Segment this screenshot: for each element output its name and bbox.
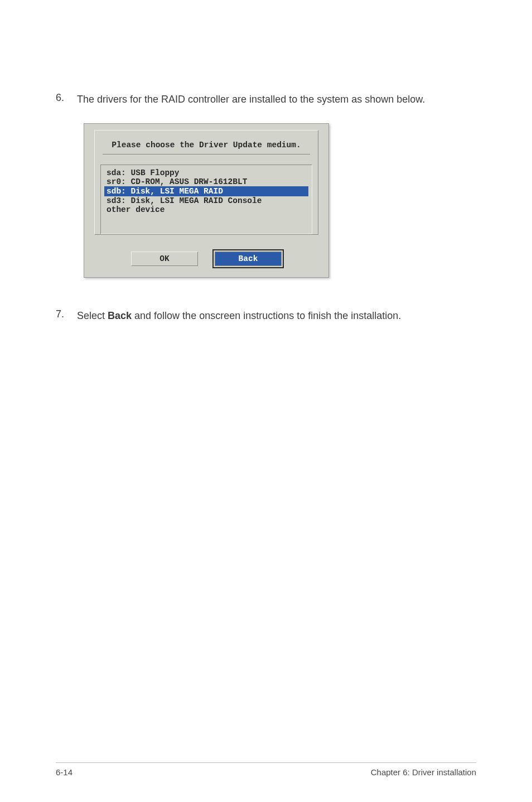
page-footer: 6-14 Chapter 6: Driver installation [56,762,476,777]
step7-prefix: Select [77,310,108,321]
step-7: 7. Select Back and follow the onscreen i… [56,308,476,323]
footer-line: 6-14 Chapter 6: Driver installation [56,762,476,777]
dialog-button-row: OK Back [94,252,318,266]
driver-update-dialog: Please choose the Driver Update medium. … [84,123,329,278]
medium-listbox[interactable]: sda: USB Floppy sr0: CD-ROM, ASUS DRW-16… [100,165,312,234]
page-number: 6-14 [56,767,72,777]
step-6: 6. The drivers for the RAID controller a… [56,92,476,107]
step7-suffix: and follow the onscreen instructions to … [132,310,401,321]
dialog-screenshot: Please choose the Driver Update medium. … [84,123,476,278]
list-item[interactable]: sr0: CD-ROM, ASUS DRW-1612BLT [104,177,249,187]
dialog-title-frame: Please choose the Driver Update medium. … [94,130,318,235]
step-number: 6. [56,92,77,107]
chapter-label: Chapter 6: Driver installation [371,767,476,777]
list-item[interactable]: other device [104,205,167,215]
back-button[interactable]: Back [215,252,282,266]
page-content: 6. The drivers for the RAID controller a… [0,0,532,323]
step-text: Select Back and follow the onscreen inst… [77,308,401,323]
step-number: 7. [56,308,77,323]
ok-button[interactable]: OK [131,252,198,266]
list-item-selected[interactable]: sdb: Disk, LSI MEGA RAID [104,186,308,196]
step7-bold: Back [108,310,132,321]
dialog-title: Please choose the Driver Update medium. [103,135,310,154]
step-text: The drivers for the RAID controller are … [77,92,425,107]
